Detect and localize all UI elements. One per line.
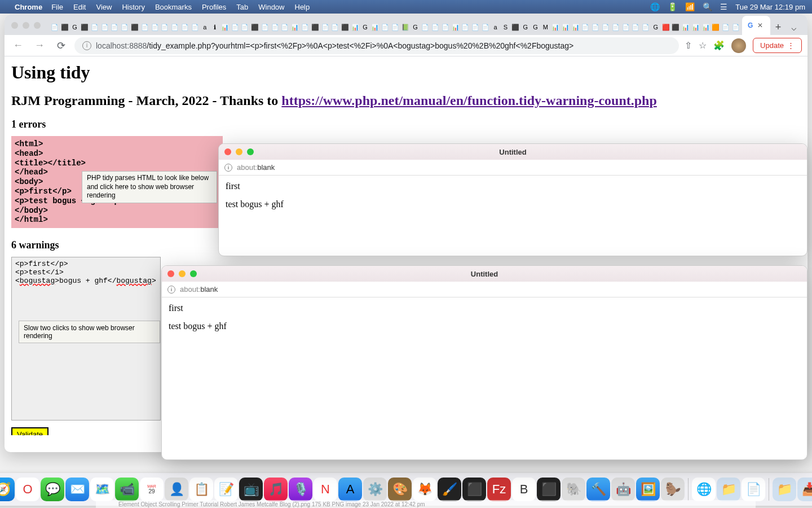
popup1-maximize-button[interactable] (247, 148, 254, 155)
tab-strip: 📄⬛G⬛📄📄📄📄⬛📄📄📄📄📄📄aℹ📊📄📄⬛📄📄📄📊📄⬛📄📄⬛📊G📊📄📄📗G📄📄📄… (5, 15, 807, 35)
tab-list-button[interactable]: ⌵ (786, 19, 802, 35)
dock-terminal-icon[interactable]: ⬛ (462, 478, 486, 501)
site-info-icon[interactable]: i (82, 41, 91, 50)
dock-mail-icon[interactable]: ✉️ (65, 478, 89, 501)
code-line: <head> (15, 149, 219, 159)
reload-button[interactable]: ⟳ (53, 38, 69, 54)
dock-textedit-icon[interactable]: 📄 (742, 478, 765, 501)
dock-downloads-icon[interactable]: 📥 (797, 478, 812, 501)
popup2-titlebar[interactable]: Untitled (162, 266, 807, 282)
popup1-p1: first (226, 181, 800, 191)
menu-history[interactable]: History (122, 3, 144, 11)
dock-facetime-icon[interactable]: 📹 (115, 478, 139, 501)
dock-podcasts-icon[interactable]: 🎙️ (289, 478, 312, 501)
dock-firefox-icon[interactable]: 🦊 (413, 478, 436, 501)
profile-avatar[interactable] (731, 38, 746, 53)
menu-profiles[interactable]: Profiles (202, 3, 226, 11)
tooltip-slow-clicks: Slow two clicks to show web browser rend… (19, 321, 160, 343)
control-center-icon[interactable]: ☰ (720, 2, 727, 11)
menubar-status: 🌐 🔋 📶 🔍 ☰ Tue 29 Mar 12:19 pm (650, 2, 805, 11)
code-line: </html> (15, 215, 219, 225)
menu-edit[interactable]: Edit (73, 3, 86, 11)
errors-heading: 1 errors (11, 119, 801, 130)
extensions-icon[interactable]: 🧩 (713, 40, 725, 51)
popup2-maximize-button[interactable] (190, 270, 197, 277)
code-line: </body> (15, 206, 219, 216)
popup1-content: first test bogus + ghf (219, 176, 807, 223)
popup-window-2: Untitled i about:blank first test bogus … (161, 265, 807, 460)
background-tabs[interactable]: 📄⬛G⬛📄📄📄📄⬛📄📄📄📄📄📄aℹ📊📄📄⬛📄📄📄📊📄⬛📄📄⬛📊G📊📄📄📗G📄📄📄… (50, 19, 741, 35)
menu-bookmarks[interactable]: Bookmarks (155, 3, 192, 11)
dock-mamp-icon[interactable]: 🐘 (562, 478, 585, 501)
dock-iterm-icon[interactable]: ⬛ (537, 478, 561, 501)
menu-file[interactable]: File (51, 3, 63, 11)
window-close-button[interactable] (11, 22, 18, 29)
dock-safari-icon[interactable]: 🧭 (0, 478, 15, 501)
popup2-minimize-button[interactable] (179, 270, 186, 277)
bookmark-icon[interactable]: ☆ (699, 40, 707, 51)
dock-gimp-icon[interactable]: 🎨 (388, 478, 412, 501)
menu-tab[interactable]: Tab (236, 3, 248, 11)
popup2-p2: test bogus + ghf (169, 321, 800, 331)
window-controls (5, 17, 47, 34)
dock-filezilla-icon[interactable]: Fz (487, 478, 511, 501)
update-button[interactable]: Update ⋮ (753, 38, 802, 53)
popup1-title: Untitled (499, 148, 526, 156)
popup2-url: about:blank (180, 285, 218, 294)
popup2-close-button[interactable] (167, 270, 174, 277)
back-button[interactable]: ← (10, 38, 26, 54)
dock-finder2-icon[interactable]: 📁 (717, 478, 740, 501)
input-html-textarea[interactable]: <p>first</p> <p>test</i> <bogustag>bogus… (11, 257, 161, 421)
popup1-titlebar[interactable]: Untitled (219, 144, 807, 160)
popup1-info-icon[interactable]: i (224, 164, 232, 172)
popup1-minimize-button[interactable] (236, 148, 242, 155)
popup1-url: about:blank (237, 163, 275, 172)
tidy-output-code[interactable]: <html> <head> <title></title> </head> <b… (11, 136, 223, 228)
active-tab[interactable]: G ✕ (742, 16, 770, 35)
dock-gimp2-icon[interactable]: 🦫 (661, 478, 685, 501)
tab-close-button[interactable]: ✕ (757, 21, 763, 29)
menu-help[interactable]: Help (295, 3, 310, 11)
dock-calendar-icon[interactable]: MAR29 (140, 478, 164, 501)
dock-settings-icon[interactable]: ⚙️ (363, 478, 387, 501)
dock-xcode-icon[interactable]: 🔨 (586, 478, 610, 501)
battery-icon[interactable]: 🔋 (668, 2, 677, 11)
new-tab-button[interactable]: + (770, 19, 786, 35)
dock-music-icon[interactable]: 🎵 (264, 478, 288, 501)
php-manual-link[interactable]: https://www.php.net/manual/en/function.t… (281, 93, 656, 108)
globe-icon[interactable]: 🌐 (650, 2, 660, 11)
dock-contacts-icon[interactable]: 👤 (165, 478, 188, 501)
dock-messages-icon[interactable]: 💬 (41, 478, 64, 501)
menubar-app-name[interactable]: Chrome (15, 3, 42, 11)
popup2-info-icon[interactable]: i (167, 286, 175, 294)
menu-view[interactable]: View (96, 3, 112, 11)
dock-separator-2 (769, 478, 769, 501)
window-minimize-button[interactable] (23, 22, 29, 29)
dock-news-icon[interactable]: N (314, 478, 337, 501)
wifi-icon[interactable]: 📶 (685, 2, 695, 11)
dock-appstore-icon[interactable]: A (338, 478, 362, 501)
dock-reminders-icon[interactable]: 📋 (189, 478, 213, 501)
dock-preview-icon[interactable]: 🖼️ (636, 478, 660, 501)
toolbar-actions: ⇧ ☆ 🧩 Update ⋮ (685, 38, 802, 53)
menubar-clock[interactable]: Tue 29 Mar 12:19 pm (735, 3, 805, 11)
window-maximize-button[interactable] (34, 22, 41, 29)
dock-folder-icon[interactable]: 📁 (773, 478, 796, 501)
popup1-close-button[interactable] (224, 148, 231, 155)
dock-tv-icon[interactable]: 📺 (239, 478, 263, 501)
dock-opera-icon[interactable]: O (16, 478, 39, 501)
dock-brackets-icon[interactable]: B (512, 478, 536, 501)
dock-maps-icon[interactable]: 🗺️ (90, 478, 114, 501)
address-bar[interactable]: i localhost:8888/tidy_example.php?yourht… (74, 37, 679, 54)
url-text: localhost:8888/tidy_example.php?yourhtml… (96, 41, 573, 50)
share-icon[interactable]: ⇧ (685, 40, 692, 51)
spotlight-icon[interactable]: 🔍 (703, 2, 712, 11)
h2-prefix: RJM Programming - March, 2022 - Thanks t… (11, 93, 281, 108)
dock-notes-icon[interactable]: 📝 (214, 478, 238, 501)
dock-pixelmator-icon[interactable]: 🖌️ (438, 478, 461, 501)
update-label: Update (760, 41, 784, 50)
menu-window[interactable]: Window (258, 3, 284, 11)
validate-button[interactable]: Validate (11, 427, 48, 435)
dock-automator-icon[interactable]: 🤖 (611, 478, 635, 501)
dock-chrome-icon[interactable]: 🌐 (692, 478, 716, 501)
